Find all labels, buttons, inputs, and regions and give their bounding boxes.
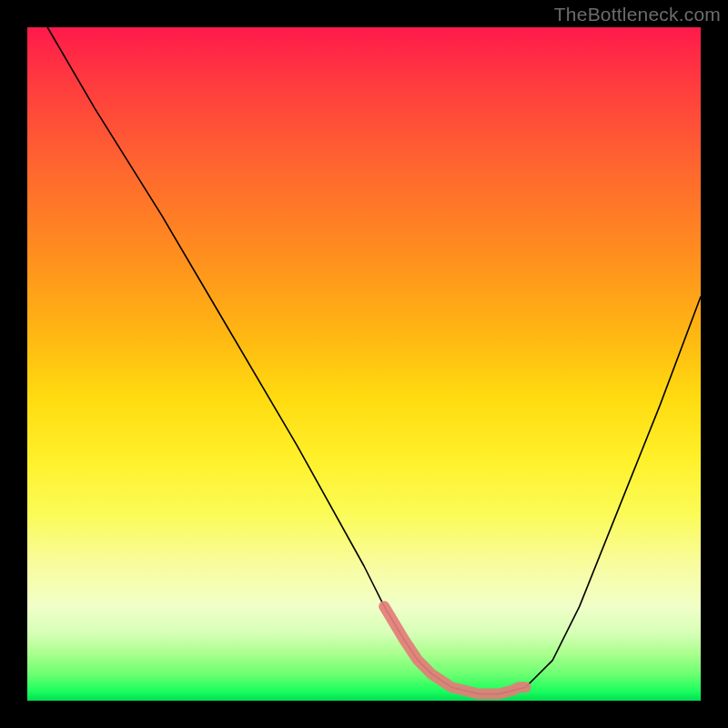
main-curve — [47, 27, 701, 694]
curve-layer — [47, 27, 701, 694]
watermark-text: TheBottleneck.com — [554, 4, 721, 25]
chart-svg — [27, 27, 701, 701]
chart-frame: TheBottleneck.com — [0, 0, 728, 728]
plot-area — [27, 27, 701, 701]
highlight-segment — [384, 606, 525, 693]
